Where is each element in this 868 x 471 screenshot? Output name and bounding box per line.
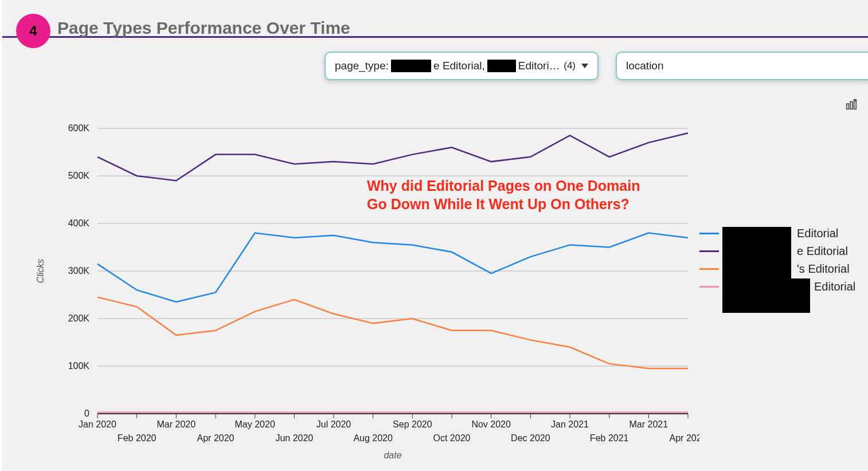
legend-label: e Editorial (797, 245, 848, 258)
legend-swatch (699, 286, 719, 288)
svg-text:May 2020: May 2020 (235, 419, 275, 429)
filter-bar: page_type: e Editorial, Editori… (4) loc… (2, 52, 868, 86)
svg-text:200K: 200K (68, 313, 90, 323)
redacted-text (391, 60, 431, 72)
chevron-down-icon (581, 64, 588, 68)
svg-text:600K: 600K (68, 123, 90, 133)
svg-text:Dec 2020: Dec 2020 (511, 433, 550, 443)
svg-text:400K: 400K (68, 218, 90, 228)
redacted-legend-block (722, 278, 810, 313)
legend-label: 's Editorial (797, 262, 850, 276)
svg-text:Apr 2021: Apr 2021 (670, 433, 699, 443)
svg-text:100K: 100K (68, 361, 90, 371)
svg-text:Clicks: Clicks (36, 259, 45, 284)
page-title: Page Types Performance Over Time (57, 18, 350, 38)
filter-location-label: location (626, 60, 664, 72)
legend-label: Editorial (797, 227, 838, 240)
svg-text:Feb 2021: Feb 2021 (590, 433, 629, 443)
svg-text:Jun 2020: Jun 2020 (275, 433, 313, 443)
section-number-badge: 4 (16, 14, 50, 48)
svg-text:Nov 2020: Nov 2020 (471, 419, 511, 429)
svg-text:Mar 2020: Mar 2020 (157, 419, 196, 429)
svg-text:Oct 2020: Oct 2020 (433, 433, 471, 443)
svg-text:0: 0 (84, 409, 89, 418)
legend-swatch (699, 250, 719, 252)
svg-text:Jan 2020: Jan 2020 (79, 419, 116, 429)
chart-settings-icon[interactable] (845, 99, 858, 111)
filter-page-type-label: page_type: (335, 60, 389, 72)
chart-svg: 0100K200K300K400K500K600KJan 2020Feb 202… (23, 118, 699, 460)
filter-location[interactable]: location (616, 52, 868, 80)
svg-point-3 (854, 100, 857, 102)
svg-text:Aug 2020: Aug 2020 (353, 433, 393, 443)
page-root: 4 Page Types Performance Over Time page_… (0, 0, 868, 471)
svg-text:Feb 2020: Feb 2020 (118, 433, 157, 443)
legend-swatch (699, 268, 719, 270)
chart-annotation: Why did Editorial Pages on One Domain Go… (367, 176, 642, 213)
svg-text:Mar 2021: Mar 2021 (630, 419, 668, 429)
filter-page-type[interactable]: page_type: e Editorial, Editori… (4) (324, 52, 599, 80)
svg-text:Jul 2020: Jul 2020 (316, 419, 351, 429)
svg-rect-0 (847, 104, 849, 109)
svg-text:300K: 300K (68, 266, 90, 276)
line-chart: 0100K200K300K400K500K600KJan 2020Feb 202… (23, 118, 699, 460)
chart-legend: Editoriale Editorial's EditorialEditoria… (699, 225, 868, 296)
filter-page-type-value: e Editorial, Editori… (391, 60, 560, 72)
svg-text:Sep 2020: Sep 2020 (393, 419, 432, 429)
svg-text:500K: 500K (68, 171, 90, 180)
svg-text:Jan 2021: Jan 2021 (551, 419, 589, 429)
svg-text:date: date (384, 450, 401, 460)
legend-label: Editorial (814, 280, 855, 293)
legend-swatch (699, 233, 719, 234)
section-header: 4 Page Types Performance Over Time (2, 8, 868, 38)
svg-text:Apr 2020: Apr 2020 (197, 433, 234, 443)
svg-rect-1 (850, 102, 853, 109)
redacted-text (487, 60, 516, 72)
filter-page-type-count: (4) (564, 60, 576, 72)
